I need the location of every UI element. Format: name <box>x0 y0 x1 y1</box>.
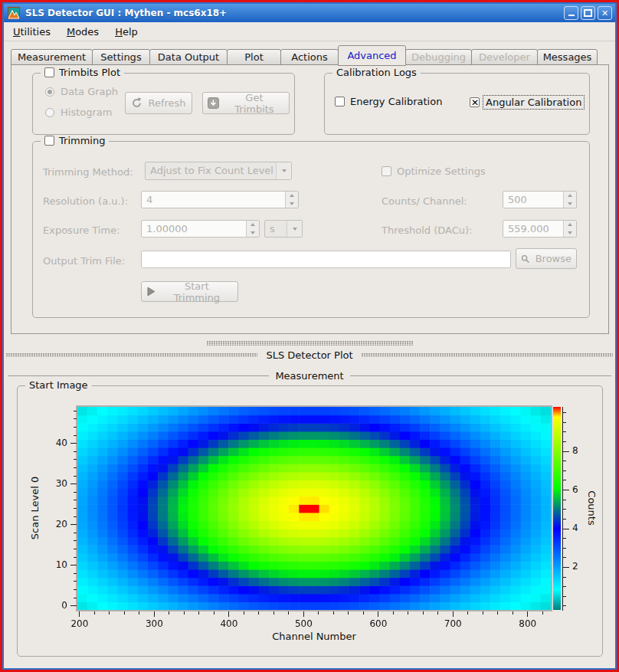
titlebar: SLS Detector GUI : Mythen - mcs6x18+ ✕ <box>4 4 615 22</box>
tab-actions[interactable]: Actions <box>280 49 339 65</box>
y-axis-tick <box>70 524 77 525</box>
threshold-spinbox: 559.000 <box>503 220 577 238</box>
y-axis-minor-tick <box>74 492 77 493</box>
colorbar <box>553 407 561 610</box>
download-icon <box>208 97 219 109</box>
x-axis-minor-tick <box>109 611 110 615</box>
trimbits-plot-title: Trimbits Plot <box>59 67 120 78</box>
x-axis-tick-label: 600 <box>363 618 394 629</box>
trimbits-plot-checkbox[interactable] <box>44 67 54 77</box>
y-axis-minor-tick <box>74 589 77 590</box>
trimming-method-label: Trimming Method: <box>43 166 133 178</box>
y-axis-minor-tick <box>74 459 77 460</box>
maximize-icon <box>584 9 592 17</box>
minimize-button[interactable] <box>564 6 578 20</box>
y-axis-minor-tick <box>74 435 77 436</box>
x-axis-tick <box>378 611 378 617</box>
colorbar-tick <box>563 529 569 529</box>
heatmap-canvas[interactable] <box>76 405 552 611</box>
divider <box>350 375 611 376</box>
tab-measurement[interactable]: Measurement <box>11 49 93 65</box>
counts-channel-label: Counts/ Channel: <box>382 195 467 207</box>
dock-grip[interactable] <box>362 353 613 357</box>
output-trim-file-label: Output Trim File: <box>43 255 125 267</box>
tab-plot[interactable]: Plot <box>227 49 281 65</box>
chevron-down-icon <box>287 221 302 237</box>
x-axis-minor-tick <box>258 611 259 615</box>
y-axis-tick <box>70 565 77 565</box>
y-axis-title: Scan Level 0 <box>29 477 41 539</box>
y-axis-minor-tick <box>74 476 77 477</box>
y-axis-tick-label: 20 <box>48 519 67 529</box>
measurement-group-title-row: Measurement <box>8 369 611 382</box>
y-axis-minor-tick <box>74 467 77 468</box>
angular-calibration-checkbox[interactable] <box>470 97 480 107</box>
x-axis-tick-label: 800 <box>513 618 543 629</box>
x-axis-tick-label: 700 <box>437 618 468 629</box>
colorbar-tick-label: 4 <box>572 523 588 533</box>
resolution-value: 4 <box>146 194 152 205</box>
colorbar-minor-tick <box>563 519 566 520</box>
tab-debugging: Debugging <box>405 49 472 65</box>
x-axis-minor-tick <box>94 611 95 615</box>
browse-label: Browse <box>535 253 572 264</box>
tab-data-output[interactable]: Data Output <box>149 49 228 65</box>
spin-arrows-icon <box>246 221 259 237</box>
x-axis-minor-tick <box>198 611 199 615</box>
energy-calibration-checkbox[interactable] <box>335 97 345 107</box>
get-trimbits-button: Get Trimbits <box>202 92 290 114</box>
app-icon <box>8 7 20 19</box>
histogram-radio <box>45 108 54 117</box>
colorbar-minor-tick <box>563 422 566 423</box>
start-image-title: Start Image <box>29 379 88 391</box>
y-axis-minor-tick <box>74 516 77 517</box>
menu-utilities[interactable]: Utilities <box>10 25 54 39</box>
close-button[interactable]: ✕ <box>598 6 612 20</box>
x-axis-tick-label: 400 <box>214 618 244 629</box>
colorbar-minor-tick <box>563 605 566 606</box>
menu-help[interactable]: Help <box>112 25 141 39</box>
x-axis-tick <box>303 611 304 617</box>
menu-modes[interactable]: Modes <box>64 25 102 39</box>
spin-arrows-icon <box>285 192 298 208</box>
optimize-settings-label: Optimize Settings <box>397 166 486 177</box>
trimming-checkbox[interactable] <box>44 136 54 146</box>
colorbar-tick-label: 6 <box>572 484 588 495</box>
x-axis-minor-tick <box>169 611 169 615</box>
counts-channel-spinbox: 500 <box>503 191 577 208</box>
x-axis-minor-tick <box>318 611 319 615</box>
chevron-down-icon <box>276 162 291 179</box>
colorbar-tick-label: 8 <box>572 445 588 456</box>
maximize-button[interactable] <box>581 6 595 20</box>
y-axis-minor-tick <box>74 427 77 428</box>
y-axis-tick <box>70 484 77 484</box>
x-axis-minor-tick <box>288 611 289 615</box>
tab-messages[interactable]: Messages <box>537 49 598 65</box>
tab-settings[interactable]: Settings <box>92 49 150 65</box>
splitter-handle[interactable] <box>207 341 414 346</box>
x-axis-minor-tick <box>244 611 244 615</box>
get-trimbits-label: Get Trimbits <box>224 92 284 115</box>
browse-button: Browse <box>516 248 577 269</box>
plot-dock-titlebar: SLS Detector Plot <box>6 349 613 361</box>
y-axis-minor-tick <box>74 581 77 582</box>
y-axis-minor-tick <box>74 411 77 411</box>
dock-grip[interactable] <box>6 353 257 357</box>
trimming-title: Trimming <box>59 135 105 146</box>
x-axis-minor-tick <box>437 611 438 615</box>
y-axis-minor-tick <box>74 451 77 452</box>
trimming-method-value: Adjust to Fix Count Level <box>150 165 273 176</box>
colorbar-minor-tick <box>563 577 566 578</box>
colorbar-minor-tick <box>563 586 566 587</box>
spin-arrows-icon <box>563 192 576 208</box>
colorbar-minor-tick <box>563 557 566 558</box>
y-axis-minor-tick <box>74 573 77 574</box>
x-axis-minor-tick <box>497 611 498 615</box>
trimbits-plot-group: Trimbits Plot Data Graph Histogram Refre… <box>32 73 295 135</box>
tab-advanced[interactable]: Advanced <box>338 45 406 66</box>
x-axis-minor-tick <box>184 611 185 615</box>
start-trimming-button: Start Trimming <box>141 281 238 302</box>
x-axis-minor-tick <box>348 611 349 615</box>
tab-developer: Developer <box>471 49 538 65</box>
y-axis-tick-label: 40 <box>48 438 67 448</box>
